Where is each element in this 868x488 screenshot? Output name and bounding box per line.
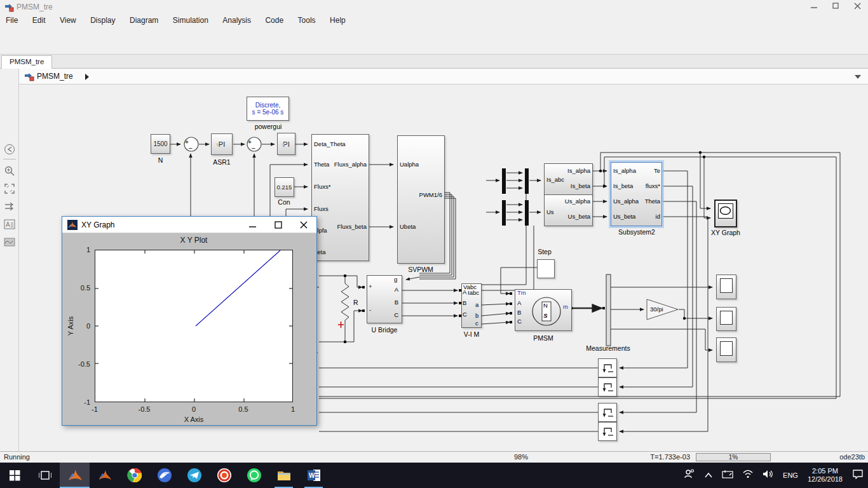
delay-block-3[interactable] [598, 403, 617, 422]
taskbar-app-chrome[interactable] [119, 463, 149, 488]
port-label: id [628, 214, 660, 220]
pmsm-south-label: S [541, 313, 550, 319]
step-block[interactable] [537, 259, 555, 278]
constant-n-value: 1500 [153, 140, 167, 147]
svpwm-label: SVPWM [398, 266, 444, 273]
vim-label: V-I M [459, 330, 484, 338]
sum1-minus-sign: – [189, 145, 193, 151]
port-label: Ubeta [400, 224, 416, 230]
taskbar-tray: ENG 2:05 PM 12/26/2018 [679, 463, 868, 488]
y-tick: 0.5 [71, 284, 90, 292]
clock-date: 12/26/2018 [808, 475, 843, 484]
port-label: g [394, 276, 397, 283]
port-label: A [517, 300, 521, 306]
pi-antiwindup-icon: ▼ [280, 142, 286, 148]
con-label: Con [271, 198, 297, 206]
delay-block-1[interactable] [598, 358, 617, 377]
xy-window-title: XY Graph [81, 220, 114, 229]
taskbar-app-bird[interactable] [149, 463, 179, 488]
scope-block-3[interactable] [716, 337, 736, 362]
port-label: c [475, 320, 478, 327]
constant-n-label: N [151, 156, 170, 164]
port-label: fluxs* [628, 183, 660, 189]
touch-keyboard-icon[interactable] [722, 470, 733, 481]
port-label: Is_beta [552, 183, 590, 189]
xy-graph-window[interactable]: XY Graph X Y Plot 1 0.5 0 -0.5 -1 -1 -0.… [62, 216, 317, 426]
taskbar-app-word[interactable]: W [299, 463, 329, 488]
wifi-icon[interactable] [742, 470, 754, 481]
port-label: a [475, 302, 478, 308]
port-label: Iabc [468, 290, 479, 296]
xy-minimize-button[interactable] [240, 217, 266, 233]
svg-text:W: W [309, 472, 315, 479]
subsystem2-label: Subsystem2 [617, 228, 656, 236]
y-tick: -0.5 [71, 360, 90, 368]
port-label: - [369, 307, 371, 313]
language-indicator[interactable]: ENG [783, 471, 798, 479]
xy-plot-area [95, 250, 293, 402]
port-label: Theta [628, 198, 660, 205]
sum2-minus-sign: – [252, 145, 255, 151]
taskbar-app-telegram[interactable] [179, 463, 209, 488]
start-button[interactable] [0, 463, 30, 488]
task-view-button[interactable] [30, 463, 60, 488]
clock-time: 2:05 PM [808, 467, 843, 475]
pi-antiwindup-icon: ▼ [215, 142, 220, 148]
taskbar-app-matlab-active[interactable] [60, 463, 90, 488]
action-center-icon[interactable] [852, 469, 864, 482]
scope-screen [720, 311, 733, 325]
port-label: C [387, 312, 398, 318]
step-label: Step [529, 248, 560, 255]
resistor-label: R [353, 299, 358, 306]
taskbar-clock[interactable]: 2:05 PM 12/26/2018 [808, 467, 843, 484]
port-label: m [563, 304, 568, 310]
tray-expand-icon[interactable] [704, 470, 713, 481]
xy-graph-block[interactable] [714, 200, 737, 227]
xy-graph-block-label: XY Graph [710, 229, 742, 236]
pmsm-north-label: N [541, 302, 550, 309]
constant-n-block[interactable]: 1500 [151, 134, 170, 154]
port-label: Ualpha [400, 161, 419, 168]
sum1-plus-sign: + [185, 139, 189, 146]
ubridge-label: U Bridge [367, 326, 402, 334]
xy-close-button[interactable] [291, 217, 316, 233]
xy-data-line [196, 250, 280, 326]
pi-controller-2-block[interactable]: ▼ PI [277, 133, 295, 155]
x-tick: 1 [280, 405, 306, 413]
y-tick: 1 [71, 246, 90, 254]
taskbar-app-whatsapp[interactable] [239, 463, 269, 488]
measurements-label: Measurements [580, 344, 637, 352]
taskbar-app-record-red[interactable] [209, 463, 239, 488]
x-axis-label: X Axis [156, 416, 232, 423]
port-label: Fluxs_beta [329, 224, 367, 230]
sum2-plus-sign: + [248, 139, 252, 146]
port-label: Is_abc [546, 177, 564, 183]
port-label: Is_alpha [552, 168, 590, 174]
xy-window-titlebar[interactable]: XY Graph [62, 217, 316, 233]
port-label: C [517, 318, 522, 325]
port-label: A [463, 289, 466, 295]
taskbar-app-matlab-2[interactable] [90, 463, 119, 488]
powergui-block[interactable]: Discrete, s = 5e-06 s [247, 97, 289, 121]
plot-title: X Y Plot [156, 236, 232, 245]
flux-observer-block[interactable] [311, 134, 369, 261]
volume-icon[interactable] [763, 470, 774, 481]
people-icon[interactable] [684, 468, 695, 482]
delay-block-2[interactable] [598, 377, 617, 396]
pi-controller-asr1-block[interactable]: ▼ PI [211, 133, 233, 155]
delay-block-4[interactable] [598, 422, 617, 441]
taskbar-app-explorer[interactable] [269, 463, 299, 488]
port-label: + [369, 283, 372, 290]
con-value: 0.215 [277, 184, 292, 191]
port-label: Fluxs_alpha [329, 161, 367, 168]
port-label: Us_alpha [552, 198, 590, 205]
constant-con-block[interactable]: 0.215 [275, 177, 294, 197]
xy-maximize-button[interactable] [266, 217, 291, 233]
powergui-label: powergui [245, 123, 291, 130]
scope-block-1[interactable] [716, 274, 736, 299]
y-axis-label: Y Axis [67, 307, 74, 345]
port-label: Deta_Theta [314, 141, 346, 147]
scope-block-2[interactable] [716, 307, 736, 331]
svpwm-block[interactable] [397, 135, 445, 264]
scope-screen [720, 341, 733, 356]
